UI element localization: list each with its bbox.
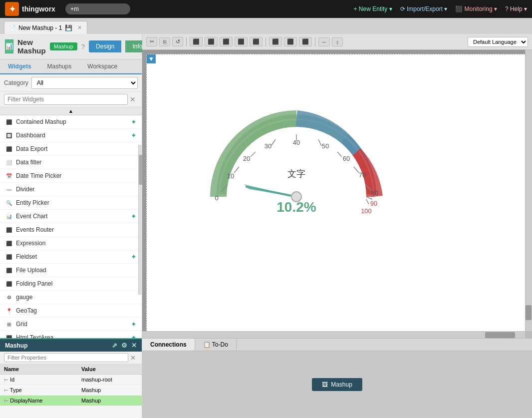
align-top-button[interactable]: ⬛: [235, 37, 248, 46]
list-item[interactable]: ⬛Folding Panel: [0, 277, 142, 291]
size-button[interactable]: ↔: [318, 37, 330, 46]
prop-value[interactable]: Mashup: [77, 385, 142, 396]
tab-new-mashup[interactable]: 📄 New Mashup - 1 💾 ✕: [4, 21, 87, 34]
tab-close-icon[interactable]: ✕: [77, 24, 82, 31]
props-table-wrapper: Name Value ⊢ Id mashup-root ⊢ Type Mashu…: [0, 364, 142, 418]
tab-connections[interactable]: Connections: [142, 339, 195, 351]
design-button[interactable]: Design: [89, 40, 121, 52]
canvas-scrollbar-vertical[interactable]: [525, 50, 532, 331]
scroll-up-indicator[interactable]: ▲: [0, 107, 142, 115]
widget-drag-icon[interactable]: ✦: [131, 118, 137, 126]
cut-button[interactable]: ✂: [146, 37, 157, 46]
widget-drag-icon[interactable]: ✦: [131, 253, 137, 261]
svg-text:20: 20: [243, 155, 250, 162]
language-select[interactable]: Default Language English Chinese: [468, 37, 528, 47]
widget-name: Html TextArea: [16, 334, 53, 338]
list-item[interactable]: 🔲Dashboard ✦: [0, 129, 142, 142]
gauge-widget[interactable]: 0 10 20 30 40: [197, 84, 396, 234]
widget-name: Events Router: [16, 226, 54, 233]
copy-button[interactable]: ⎘: [159, 37, 170, 46]
import-export-button[interactable]: ⟳ Import/Export ▾: [400, 5, 448, 12]
list-item[interactable]: ⊞Grid ✦: [0, 318, 142, 331]
list-item[interactable]: ⬜Data filter: [0, 156, 142, 169]
svg-text:10: 10: [227, 172, 234, 180]
tab-todo[interactable]: 📋 To-Do: [195, 339, 237, 351]
canvas-scrollbar-horizontal[interactable]: [142, 331, 525, 338]
undo-button[interactable]: ↺: [172, 37, 183, 46]
size2-button[interactable]: ↕: [332, 37, 343, 46]
widget-name: Data filter: [16, 159, 41, 166]
list-item[interactable]: ⬛File Upload: [0, 264, 142, 277]
settings-icon[interactable]: ⚙: [121, 342, 127, 349]
toolbar-separator-3: [315, 37, 315, 46]
widget-icon: ⬜: [5, 158, 13, 166]
svg-text:60: 60: [343, 155, 350, 162]
distribute-h-button[interactable]: ⬛: [269, 37, 282, 46]
tab-workspace[interactable]: Workspace: [79, 59, 125, 74]
list-item[interactable]: 📅Date Time Picker: [0, 169, 142, 183]
tabbar: 📄 New Mashup - 1 💾 ✕: [0, 18, 532, 34]
list-item[interactable]: ⬛Contained Mashup ✦: [0, 115, 142, 129]
widget-drag-icon[interactable]: ✦: [131, 320, 137, 328]
share-icon[interactable]: ⇗: [112, 342, 117, 349]
list-item-entity-picker[interactable]: 🔍Entity Picker: [0, 196, 142, 210]
svg-text:0: 0: [215, 194, 218, 202]
search-input[interactable]: [65, 3, 130, 14]
mashup-type-badge[interactable]: Mashup: [50, 42, 77, 50]
toolbar-separator-2: [266, 37, 266, 46]
mashup-node[interactable]: 🖼 Mashup: [312, 378, 362, 391]
list-item-gauge[interactable]: ⚙gauge: [0, 291, 142, 304]
widget-name: Folding Panel: [16, 280, 52, 287]
widget-name: Fieldset: [16, 253, 37, 260]
widget-drag-icon[interactable]: ✦: [131, 212, 137, 220]
widget-name: File Upload: [16, 267, 46, 274]
scrollbar-thumb-h[interactable]: [485, 332, 515, 338]
widget-list-scrollbar[interactable]: [138, 145, 142, 295]
svg-text:100: 100: [361, 207, 372, 215]
monitoring-button[interactable]: ⬛ Monitoring ▾: [455, 5, 497, 12]
mashup-help-icon[interactable]: ?: [81, 43, 85, 50]
widget-drag-icon[interactable]: ✦: [131, 131, 137, 139]
canvas-collapse-icon[interactable]: ▼: [147, 54, 156, 63]
list-item[interactable]: 📍GeoTag: [0, 304, 142, 318]
svg-text:30: 30: [265, 142, 271, 150]
widget-name: Entity Picker: [16, 199, 49, 206]
help-button[interactable]: ? Help ▾: [505, 5, 527, 12]
props-filter-clear-icon[interactable]: ✕: [128, 354, 138, 362]
props-filter-input[interactable]: [4, 353, 128, 362]
resize-button[interactable]: ⬛: [299, 37, 312, 46]
list-item[interactable]: 📊Event Chart ✦: [0, 210, 142, 223]
entity-picker-icon: 🔍: [5, 199, 13, 207]
close-panel-icon[interactable]: ✕: [131, 342, 137, 349]
list-item-events-router[interactable]: ⬛Events Router: [0, 223, 142, 237]
list-item[interactable]: —Divider: [0, 183, 142, 196]
category-select[interactable]: AllChartsInputDisplay: [31, 77, 138, 89]
widget-name: Divider: [16, 186, 34, 193]
align-left-button[interactable]: ⬛: [190, 37, 203, 46]
todo-label: To-Do: [212, 341, 228, 348]
category-row: Category AllChartsInputDisplay: [0, 74, 142, 92]
mashup-thumbnail-icon: 📊: [5, 39, 13, 53]
canvas[interactable]: ▼: [146, 54, 528, 334]
list-item[interactable]: ⬛Html TextArea ✦: [0, 331, 142, 338]
tab-mashups[interactable]: Mashups: [39, 59, 80, 74]
align-right-button[interactable]: ⬛: [220, 37, 233, 46]
list-item[interactable]: ⬛Fieldset ✦: [0, 250, 142, 264]
new-entity-button[interactable]: + New Entity ▾: [354, 5, 392, 12]
prop-value[interactable]: Mashup: [77, 396, 142, 406]
align-bottom-button[interactable]: ⬛: [250, 37, 263, 46]
mashup-panel-title: Mashup: [5, 342, 27, 349]
widget-name: GeoTag: [16, 307, 37, 314]
toolbar-separator: [186, 37, 187, 46]
scrollbar-thumb-v[interactable]: [526, 305, 532, 320]
list-item[interactable]: ⬛Expression: [0, 237, 142, 250]
filter-clear-icon[interactable]: ✕: [128, 95, 138, 103]
tab-widgets[interactable]: Widgets: [0, 59, 39, 74]
widget-drag-icon[interactable]: ✦: [131, 334, 137, 338]
widget-filter-input[interactable]: [4, 94, 128, 105]
distribute-v-button[interactable]: ⬛: [284, 37, 297, 46]
list-item[interactable]: ⬛Data Export: [0, 142, 142, 156]
align-center-button[interactable]: ⬛: [205, 37, 218, 46]
prop-name: ⊢ Id: [0, 375, 77, 385]
prop-value[interactable]: mashup-root: [77, 375, 142, 385]
